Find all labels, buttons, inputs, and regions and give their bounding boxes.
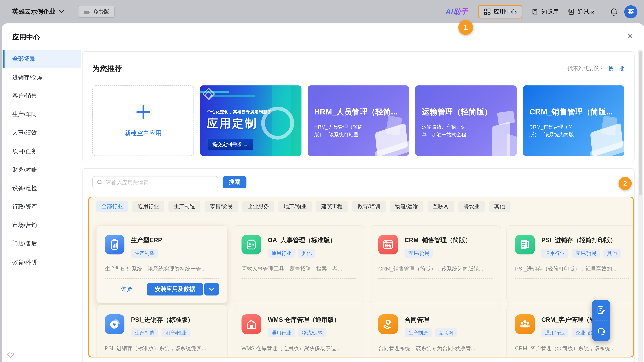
modal-title: 应用中心 [12,32,40,42]
app-card-contract[interactable]: ¥ 合同管理 生产制造互联网 合同管理系统，该系统专为合同-发票管... [370,305,501,358]
scrollbar-thumb[interactable] [639,51,642,195]
tab-catering[interactable]: 餐饮业 [458,201,485,212]
industry-tabs: 全部行业 通用行业 生产制造 零售/贸易 企业服务 地产/物业 建筑工程 教育/… [96,201,510,212]
svg-text:¥: ¥ [387,320,390,325]
sidebar-item-inventory[interactable]: 进销存/仓库 [2,68,81,87]
submit-custom-request-button[interactable]: 提交定制需求 → [207,139,254,150]
promo-card-crm[interactable]: CRM_销售管理（简版... CRM_销售管理（简版）：该系统为简版... [523,85,624,156]
tab-general[interactable]: 通用行业 [132,201,164,212]
app-title: CRM_客户管理（轻简... [541,316,632,324]
vertical-scrollbar[interactable] [638,50,643,362]
plus-icon [136,104,150,119]
tab-retail-trade[interactable]: 零售/贸易 [204,201,238,212]
tab-education-training[interactable]: 教育/培训 [352,201,386,212]
tab-manufacturing[interactable]: 生产制造 [168,201,200,212]
topbar-divider [603,7,603,16]
app-card-crm-sales[interactable]: CRM_销售管理（简版） 零售/贸易 CRM_销售管理（简版）：该系统为简版销.… [370,225,501,303]
nav-knowledge-label: 知识库 [541,8,559,15]
new-blank-app-card[interactable]: 新建空白应用 [92,85,194,156]
nav-knowledge[interactable]: 知识库 [532,8,559,15]
sidebar-item-all-scenes[interactable]: 全部场景 [2,50,81,68]
app-card-psi-print[interactable]: PSI_进销存（轻简打印版） 通用行业零售/贸易其他 PSI_进销存（轻简打印版… [506,225,634,303]
promo-card-transport[interactable]: 运输管理（轻简版） 运输路线、车辆、运单、加油一站式全程... [415,85,517,156]
app-market-panel: 搜索 全部行业 通用行业 生产制造 零售/贸易 企业服务 地产/物业 建筑工程 … [82,168,634,362]
app-customization-banner[interactable]: 个性化定制，英雄云专属定制服务 应用定制 提交定制需求 → [200,85,302,156]
install-dropdown-button[interactable] [204,283,219,296]
try-link[interactable]: 体验 [112,286,141,293]
promo-title: HRM_人员管理（轻简... [314,107,405,117]
tab-real-estate[interactable]: 地产/物业 [278,201,312,212]
app-tag: 通用行业 [541,249,568,258]
headset-icon [596,327,606,336]
sidebar-item-marketing[interactable]: 市场/营销 [2,216,81,234]
plan-badge[interactable]: 免费版 [78,6,114,17]
app-title: WMS 仓库管理（通用版） [268,316,358,324]
sidebar-item-finance[interactable]: 财务/对账 [2,161,81,179]
sidebar-item-project[interactable]: 项目/任务 [2,142,81,160]
app-description: CRM_客户管理（轻简版）系统，该系统... [515,345,630,352]
sidebar-item-store-aftersales[interactable]: 门店/售后 [2,234,81,253]
app-tag: 生产制造 [404,328,432,337]
app-tag: 互联网 [435,328,457,337]
nav-app-center[interactable]: 应用中心 [478,5,522,18]
sidebar-item-production[interactable]: 生产/车间 [2,105,81,123]
ai-assistant-logo[interactable]: AI助手 [446,7,468,16]
app-card-erp[interactable]: 生产型ERP 生产制造 生产型ERP系统，该系统实现资料统一管... 体验 安装… [96,225,228,303]
promo-card-hrm[interactable]: HRM_人员管理（轻简... HRM_人员管理（轻简版）：该系统可轻量... [308,85,409,156]
sidebar-item-admin-assets[interactable]: 行政/资产 [2,197,81,216]
company-switcher[interactable]: 英雄云示例企业 [12,8,64,16]
app-tag: 地产/物业 [161,328,190,337]
card-divider [105,278,219,279]
app-title: PSI_进销存（标准版） [131,316,221,324]
app-tag: 其他 [604,249,621,258]
sidebar-item-hr[interactable]: 人事/绩效 [2,123,81,142]
nav-contacts[interactable]: 通讯录 [568,8,595,15]
search-button[interactable]: 搜索 [222,176,246,188]
app-tag: 生产制造 [131,328,158,337]
warehouse-icon [242,314,261,334]
change-batch-link[interactable]: 换一批 [608,65,624,72]
tab-construction[interactable]: 建筑工程 [316,201,348,212]
app-card-oa-hr[interactable]: OA_人事管理（标准版） 通用行业其他 高效人事管理工具，覆盖招聘、档案、考..… [233,225,364,303]
annotation-step-1: 1 [458,20,473,35]
app-description: PSI_进销存（轻简打印版）：轻量高效的... [515,265,630,273]
modal-header: 应用中心 ✕ [2,23,644,50]
app-description: 合同管理系统，该系统专为合同-发票管... [378,345,494,352]
sidebar-item-education[interactable]: 教育/科研 [2,253,81,271]
crown-icon [83,8,90,15]
nav-app-center-label: 应用中心 [494,8,517,15]
banner-decor-arrow [202,88,215,100]
form-edit-icon [597,306,605,314]
app-title: 生产型ERP [131,237,221,244]
book-icon [532,8,538,15]
app-card-crm-customer[interactable]: CRM_客户管理（轻简... 通用行业企业服务 CRM_客户管理（轻简版）系统，… [506,305,634,358]
printer-doc-icon [515,235,535,255]
sidebar-item-customer-sales[interactable]: 客户/销售 [2,87,81,105]
clipboard-chart-icon [105,235,124,255]
app-description: WMS 仓库管理（通用版）聚焦多场景适... [242,345,356,352]
feedback-form-button[interactable] [592,300,610,320]
sidebar-item-equipment[interactable]: 设备/巡检 [2,179,81,197]
topbar: 英雄云示例企业 免费版 AI助手 应用中心 知识库 通讯录 英 [0,0,644,23]
customer-service-button[interactable] [592,321,610,341]
app-card-psi-standard[interactable]: ¥ PSI_进销存（标准版） 生产制造地产/物业 PSI_进销存（标准版）系统，… [96,305,228,358]
company-name: 英雄云示例企业 [12,8,55,16]
user-avatar[interactable]: 英 [624,5,637,18]
promo-desc: 运输路线、车辆、运单、加油一站式全程... [422,123,472,139]
install-app-data-button[interactable]: 安装应用及数据 [146,283,203,296]
app-card-wms[interactable]: WMS 仓库管理（通用版） 通用行业物流/运输 WMS 仓库管理（通用版）聚焦多… [233,305,364,358]
tab-other[interactable]: 其他 [489,201,510,212]
search-input[interactable] [106,179,214,185]
search-box [92,176,218,188]
tab-all-industries[interactable]: 全部行业 [96,201,128,212]
modal-content: 为您推荐 找不到想要的? 换一批 新建空白应用 个性化 [82,50,636,362]
recommend-hint: 找不到想要的? [568,65,602,72]
annotation-step-2: 2 [618,177,632,190]
app-tag: 其他 [298,249,316,258]
tab-enterprise-service[interactable]: 企业服务 [242,201,274,212]
close-icon[interactable]: ✕ [628,32,633,40]
tab-logistics[interactable]: 物流/运输 [390,201,423,212]
notification-bell-icon[interactable] [610,7,618,16]
app-tag: 生产制造 [131,249,158,258]
tab-internet[interactable]: 互联网 [427,201,454,212]
